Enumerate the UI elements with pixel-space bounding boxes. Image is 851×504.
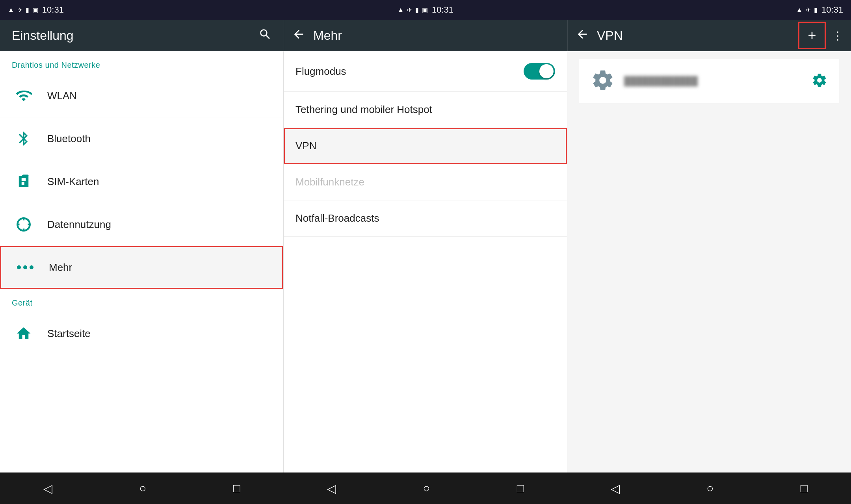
settings-item-sim[interactable]: SIM-Karten <box>0 160 283 203</box>
settings-item-startseite[interactable]: Startseite <box>0 312 283 355</box>
vpn-label: VPN <box>295 140 316 152</box>
vpn-settings-icon[interactable] <box>812 72 827 90</box>
bottom-nav-right: ◁ ○ □ <box>567 478 851 499</box>
settings-item-data[interactable]: Datennutzung <box>0 203 283 246</box>
startseite-label: Startseite <box>47 328 91 340</box>
vpn-panel: ████████████ <box>567 51 851 472</box>
status-icons-center: ▲ ✈ ▮ ▣ <box>398 6 428 14</box>
vpn-item[interactable]: ████████████ <box>579 59 839 103</box>
status-time-left: 10:31 <box>42 5 64 15</box>
wifi-icon <box>12 84 35 107</box>
wlan-label: WLAN <box>47 90 77 102</box>
data-icon <box>12 213 35 236</box>
mehr-item-flugmodus[interactable]: Flugmodus <box>284 51 567 92</box>
recents-nav-right[interactable]: □ <box>789 478 819 499</box>
sim-icon <box>12 170 35 193</box>
main-content: Drahtlos und Netzwerke WLAN Bluetooth <box>0 51 851 472</box>
search-icon[interactable] <box>258 28 272 44</box>
battery-status-icon: ▮ <box>26 6 29 14</box>
battery-status-icon-right: ▮ <box>814 6 818 14</box>
tethering-label: Tethering und mobiler Hotspot <box>295 104 432 116</box>
status-bar: ▲ ✈ ▮ ▣ 10:31 ▲ ✈ ▮ ▣ 10:31 ▲ ✈ ▮ 10:31 <box>0 0 851 20</box>
home-nav-left[interactable]: ○ <box>127 478 158 499</box>
image-status-icon-center: ▣ <box>422 6 428 14</box>
top-bar-vpn: VPN + ⋮ <box>567 20 851 51</box>
status-icons-right: ▲ ✈ ▮ <box>796 6 818 14</box>
svg-point-2 <box>23 265 27 269</box>
recents-nav-left[interactable]: □ <box>221 478 252 499</box>
mehr-title: Mehr <box>313 28 559 43</box>
status-icons-left: ▲ ✈ ▮ ▣ <box>8 6 38 14</box>
settings-item-bluetooth[interactable]: Bluetooth <box>0 117 283 160</box>
sim-label: SIM-Karten <box>47 176 99 188</box>
wifi-status-icon: ▲ <box>8 6 14 13</box>
more-options-icon[interactable]: ⋮ <box>832 29 843 42</box>
mehr-item-tethering[interactable]: Tethering und mobiler Hotspot <box>284 92 567 128</box>
notfall-label: Notfall-Broadcasts <box>295 212 379 224</box>
bottom-nav-center: ◁ ○ □ <box>284 478 567 499</box>
data-label: Datennutzung <box>47 219 111 231</box>
vpn-title: VPN <box>597 28 790 43</box>
toggle-thumb <box>539 64 554 78</box>
back-nav-left[interactable]: ◁ <box>32 478 64 499</box>
vpn-gear-icon <box>591 69 615 94</box>
section-header-device: Gerät <box>0 289 283 312</box>
status-bar-right: ▲ ✈ ▮ 10:31 <box>565 5 843 15</box>
back-icon-mehr[interactable] <box>292 28 305 44</box>
back-icon-vpn[interactable] <box>576 28 589 44</box>
settings-title: Einstellung <box>12 28 74 43</box>
battery-status-icon-center: ▮ <box>415 6 419 14</box>
wifi-status-icon-center: ▲ <box>398 6 404 13</box>
bottom-nav: ◁ ○ □ ◁ ○ □ ◁ ○ □ <box>0 472 851 504</box>
status-bar-left: ▲ ✈ ▮ ▣ 10:31 <box>8 5 286 15</box>
mehr-item-notfall[interactable]: Notfall-Broadcasts <box>284 200 567 237</box>
bluetooth-label: Bluetooth <box>47 133 91 145</box>
settings-item-wlan[interactable]: WLAN <box>0 74 283 117</box>
add-vpn-button[interactable]: + <box>798 22 826 49</box>
airplane-status-icon-center: ✈ <box>407 6 412 14</box>
bottom-nav-left: ◁ ○ □ <box>0 478 284 499</box>
home-icon <box>12 322 35 345</box>
mobilfunk-label: Mobilfunknetze <box>295 176 364 188</box>
wifi-status-icon-right: ▲ <box>796 6 803 13</box>
image-status-icon: ▣ <box>32 6 38 14</box>
recents-nav-center[interactable]: □ <box>505 478 536 499</box>
section-header-wireless: Drahtlos und Netzwerke <box>0 51 283 74</box>
status-time-right: 10:31 <box>821 5 843 15</box>
mehr-icon <box>13 256 37 279</box>
home-nav-center[interactable]: ○ <box>411 478 442 499</box>
settings-item-mehr[interactable]: Mehr <box>0 246 283 289</box>
back-nav-center[interactable]: ◁ <box>315 478 348 499</box>
top-bar-settings: Einstellung <box>0 20 284 51</box>
airplane-status-icon-right: ✈ <box>806 6 811 14</box>
svg-point-3 <box>30 265 33 269</box>
flugmodus-toggle[interactable] <box>524 63 555 80</box>
top-bar-mehr: Mehr <box>284 20 567 51</box>
mehr-label: Mehr <box>49 261 72 274</box>
status-time-center: 10:31 <box>432 5 453 15</box>
vpn-item-name: ████████████ <box>624 76 812 86</box>
top-bar: Einstellung Mehr VPN + ⋮ <box>0 20 851 51</box>
mehr-item-mobilfunk[interactable]: Mobilfunknetze <box>284 164 567 200</box>
toggle-switch[interactable] <box>524 63 555 80</box>
airplane-status-icon: ✈ <box>17 6 22 14</box>
vpn-item-info: ████████████ <box>624 76 812 86</box>
status-bar-center: ▲ ✈ ▮ ▣ 10:31 <box>286 5 565 15</box>
svg-point-1 <box>17 265 21 269</box>
mehr-panel: Flugmodus Tethering und mobiler Hotspot … <box>284 51 567 472</box>
back-nav-right[interactable]: ◁ <box>599 478 632 499</box>
mehr-item-vpn[interactable]: VPN <box>284 128 567 164</box>
home-nav-right[interactable]: ○ <box>695 478 725 499</box>
settings-panel: Drahtlos und Netzwerke WLAN Bluetooth <box>0 51 284 472</box>
flugmodus-label: Flugmodus <box>295 65 346 78</box>
bluetooth-icon <box>12 127 35 150</box>
